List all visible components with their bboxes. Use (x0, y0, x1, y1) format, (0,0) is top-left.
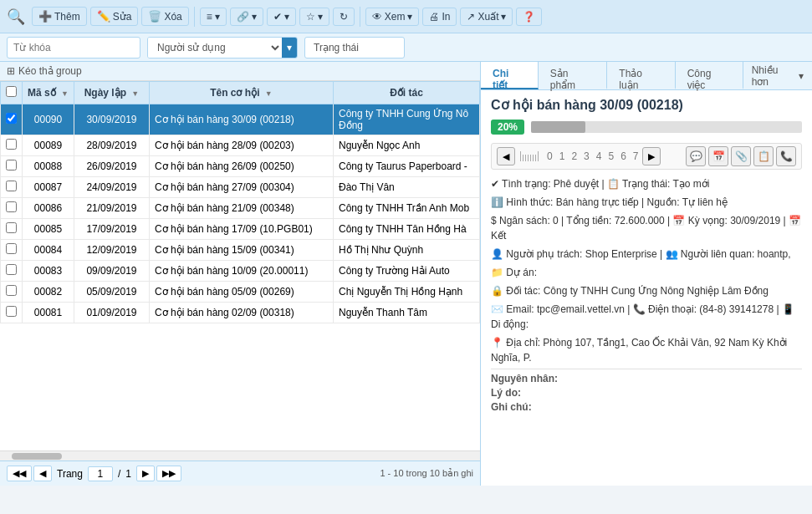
select-all-checkbox[interactable] (6, 86, 17, 97)
row-checkbox[interactable] (6, 160, 17, 170)
row-checkbox[interactable] (6, 113, 17, 124)
link-icon: 🔗 (237, 11, 249, 23)
xuat-button[interactable]: ↗ Xuất ▾ (460, 8, 513, 26)
h-scroll[interactable] (0, 450, 480, 461)
comment-icon-button[interactable]: 💬 (686, 146, 706, 166)
ngaylap-sort-icon: ▼ (131, 89, 139, 98)
table-row[interactable]: 00088 26/09/2019 Cơ hội bán hàng 26/09 (… (1, 156, 480, 177)
trash-icon: 🗑️ (148, 10, 161, 23)
row-checkbox[interactable] (6, 285, 17, 296)
sep1 (194, 7, 195, 27)
user-select-arrow[interactable]: ▾ (282, 37, 297, 59)
table-row[interactable]: 00089 28/09/2019 Cơ hội bán hàng 28/09 (… (1, 135, 480, 156)
row-checkbox[interactable] (6, 264, 17, 275)
nguoiphutach-row: 👤 Người phụ trách: Shop Enterprise | 👥 N… (491, 247, 802, 262)
row-check-cell (1, 177, 23, 198)
row-name-cell: Cơ hội bán hàng 26/09 (00250) (149, 156, 333, 177)
progress-bar-bg (531, 121, 802, 133)
attachment-icon-button[interactable]: 📎 (731, 146, 751, 166)
h-scroll-thumb[interactable] (12, 453, 62, 460)
scale-tick (533, 155, 534, 161)
tab-thao-luan[interactable]: Thảo luận (607, 62, 675, 89)
prev-page-button[interactable]: ◀ (33, 466, 52, 481)
xoa-button[interactable]: 🗑️ Xóa (141, 7, 188, 26)
table-row[interactable]: 00090 30/09/2019 Cơ hội bán hàng 30/09 (… (1, 104, 480, 135)
maso-sort-icon: ▼ (61, 89, 69, 98)
pagination: ◀◀ ◀ Trang / 1 ▶ ▶▶ 1 - 10 trong 10 bản … (0, 461, 480, 486)
table-row[interactable]: 00083 09/09/2019 Cơ hội bán hàng 10/09 (… (1, 261, 480, 282)
row-date-cell: 28/09/2019 (74, 135, 149, 156)
table-row[interactable]: 00085 17/09/2019 Cơ hội bán hàng 17/09 (… (1, 219, 480, 240)
table-row[interactable]: 00087 24/09/2019 Cơ hội bán hàng 27/09 (… (1, 177, 480, 198)
xem-button[interactable]: 👁 Xem ▾ (365, 8, 420, 26)
help-icon: ❓ (523, 11, 535, 23)
nav-scale-labels: 01234567 (547, 150, 639, 162)
main-content: ⊞ Kéo thả group Mã số ▼ Ngày lập (0, 62, 812, 486)
first-page-button[interactable]: ◀◀ (7, 466, 32, 481)
row-checkbox[interactable] (6, 139, 17, 150)
row-date-cell: 05/09/2019 (74, 282, 149, 303)
check-dropdown-icon: ▾ (284, 11, 289, 23)
row-checkbox[interactable] (6, 181, 17, 191)
row-id-cell: 00082 (23, 282, 74, 303)
status-filter[interactable]: Trạng thái (304, 37, 405, 59)
page-nav: ◀◀ ◀ Trang / 1 ▶ ▶▶ (7, 466, 181, 481)
col-header-maso[interactable]: Mã số ▼ (23, 82, 74, 104)
row-checkbox[interactable] (6, 222, 17, 233)
check-icon: ✔ (273, 11, 282, 23)
menu-button[interactable]: ≡ ▾ (200, 8, 227, 26)
row-partner-cell: Công ty TNHH Tân Hồng Hà (333, 219, 479, 240)
sua-button[interactable]: ✏️ Sửa (90, 7, 139, 26)
table-row[interactable]: 00086 21/09/2019 Cơ hội bán hàng 21/09 (… (1, 198, 480, 219)
plus-icon: ➕ (38, 10, 52, 23)
table-row[interactable]: 00084 12/09/2019 Cơ hội bán hàng 15/09 (… (1, 240, 480, 261)
search-input[interactable] (7, 37, 140, 59)
scale-tick (523, 155, 523, 161)
row-id-cell: 00086 (23, 198, 74, 219)
refresh-button[interactable]: ↻ (333, 8, 355, 26)
tab-san-pham[interactable]: Sản phẩm (539, 62, 608, 89)
tab-cong-viec[interactable]: Công việc (676, 62, 743, 89)
row-date-cell: 30/09/2019 (74, 104, 149, 135)
more-button[interactable]: Nhiều hơn ▾ (743, 62, 812, 89)
sep2 (360, 7, 360, 27)
menu-icon: ≡ (207, 11, 212, 23)
row-checkbox[interactable] (6, 243, 17, 254)
nav-forward-button[interactable]: ▶ (642, 147, 661, 165)
check-button[interactable]: ✔ ▾ (267, 8, 296, 26)
row-check-cell (1, 104, 23, 135)
nav-scale (520, 151, 539, 161)
last-page-button[interactable]: ▶▶ (156, 466, 181, 481)
star-button[interactable]: ☆ ▾ (299, 8, 329, 26)
link-button[interactable]: 🔗 ▾ (230, 8, 263, 26)
page-number-input[interactable] (88, 466, 113, 481)
col-header-ngaylap[interactable]: Ngày lập ▼ (74, 82, 149, 104)
row-checkbox[interactable] (6, 201, 17, 212)
calendar-icon-button[interactable]: 📅 (708, 146, 728, 166)
group-label[interactable]: ⊞ Kéo thả group (0, 62, 480, 81)
phone-icon-button[interactable]: 📞 (776, 146, 796, 166)
col-header-tencohoi[interactable]: Tên cơ hội ▼ (149, 82, 333, 104)
tab-chi-tiet[interactable]: Chi tiết (481, 62, 539, 89)
next-page-button[interactable]: ▶ (136, 466, 155, 481)
table-row[interactable]: 00082 05/09/2019 Cơ hội bán hàng 05/09 (… (1, 282, 480, 303)
table-row[interactable]: 00081 01/09/2019 Cơ hội bán hàng 02/09 (… (1, 303, 480, 323)
row-name-cell: Cơ hội bán hàng 15/09 (00341) (149, 240, 333, 261)
them-button[interactable]: ➕ Thêm (32, 7, 87, 26)
scale-tick (528, 155, 529, 161)
right-tabs: Chi tiết Sản phẩm Thảo luận Công việc Nh… (481, 62, 812, 90)
diachi-row: 📍 Địa chỉ: Phòng 107, Tầng1, Cao Ốc Khải… (491, 335, 802, 365)
print-icon: 🖨 (429, 11, 439, 23)
nav-back-button[interactable]: ◀ (497, 147, 515, 165)
task-icon-button[interactable]: 📋 (753, 146, 774, 166)
row-id-cell: 00084 (23, 240, 74, 261)
row-check-cell (1, 219, 23, 240)
row-partner-cell: Công ty TNHH Cung Ứng Nô Đồng (333, 104, 479, 135)
row-checkbox[interactable] (6, 306, 17, 317)
in-button[interactable]: 🖨 In (422, 8, 457, 26)
user-select[interactable]: Người sử dụng (148, 37, 282, 59)
help-button[interactable]: ❓ (516, 8, 542, 26)
row-partner-cell: Công ty TNHH Trần Anh Mob (333, 198, 479, 219)
table-wrap: Mã số ▼ Ngày lập ▼ Tên cơ hội ▼ Đối tá (0, 81, 480, 450)
xuat-label: Xuất (477, 11, 498, 23)
